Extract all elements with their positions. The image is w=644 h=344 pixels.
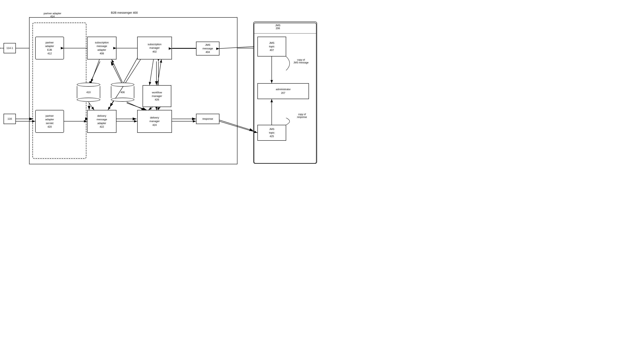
svg-line-39 bbox=[112, 60, 122, 82]
svg-line-23 bbox=[216, 119, 254, 131]
partner-adapter-label: partner adapter414 bbox=[35, 12, 70, 18]
response-box: response bbox=[196, 114, 220, 124]
partner-adapter-ejb-box: partneradapterEJB412 bbox=[35, 37, 64, 60]
jms-206-label: JMS206 bbox=[275, 24, 280, 30]
jms-message-box: JMSmessage404 bbox=[196, 42, 220, 56]
copy-jms-message-label: copy ofJMS message bbox=[288, 59, 314, 64]
delivery-message-adapter-box: deliverymessageadapter422 bbox=[87, 110, 116, 133]
jms-topic-425-box: JMStopic425 bbox=[258, 125, 286, 141]
node-114-1: 114-1 bbox=[4, 43, 16, 53]
delivery-manager-box: deliverymanager424 bbox=[137, 110, 172, 133]
svg-line-50 bbox=[220, 47, 254, 49]
cylinder-406: 406 bbox=[111, 82, 134, 102]
svg-line-44 bbox=[148, 107, 152, 110]
svg-line-15 bbox=[111, 62, 123, 85]
subscription-manager-box: subscriptionmanager402 bbox=[137, 37, 172, 60]
administrator-207-box: administrator207 bbox=[258, 83, 309, 99]
jms-divider bbox=[254, 33, 316, 34]
svg-line-36 bbox=[158, 60, 162, 85]
copy-response-label: copy ofresponse bbox=[289, 113, 315, 119]
b2b-messenger-label: B2B messenger 400 bbox=[111, 11, 138, 14]
workflow-manager-box: workflowmanager426 bbox=[142, 85, 171, 107]
jms-topic-407-box: JMStopic407 bbox=[258, 37, 286, 57]
subscription-message-adapter-box: subscriptionmessageadapter408 bbox=[87, 37, 116, 60]
svg-line-38 bbox=[91, 60, 100, 82]
node-116: 116 bbox=[4, 114, 16, 124]
svg-line-47 bbox=[220, 121, 258, 133]
diagram-container: B2B messenger 400 partner adapter414 114… bbox=[0, 0, 322, 172]
svg-line-35 bbox=[150, 60, 154, 85]
svg-line-40 bbox=[88, 102, 94, 110]
svg-line-14 bbox=[89, 62, 100, 85]
cylinder-410: 410 bbox=[77, 82, 100, 102]
svg-line-45 bbox=[156, 107, 160, 110]
svg-line-41 bbox=[127, 102, 144, 110]
partner-adapter-servlet-box: partneradapterservlet420 bbox=[35, 110, 64, 133]
